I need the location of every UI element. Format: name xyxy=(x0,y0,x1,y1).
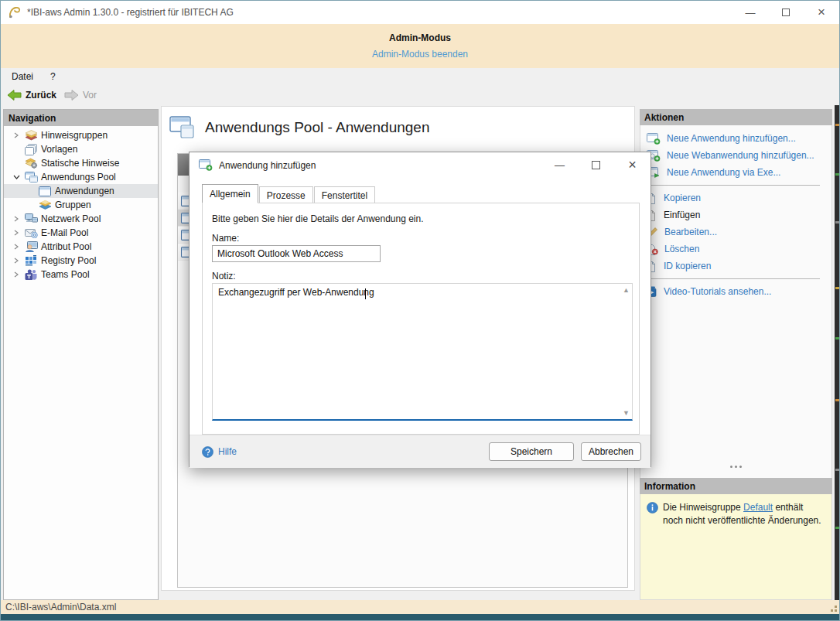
save-button[interactable]: Speichern xyxy=(489,442,574,461)
text-caret xyxy=(365,288,366,299)
applications-pool-icon xyxy=(169,116,196,139)
sidebar-item-statische-hinweise[interactable]: Statische Hinweise xyxy=(4,156,158,170)
action-video-tutorials[interactable]: Video-Tutorials ansehen... xyxy=(640,283,831,300)
maximize-button[interactable] xyxy=(768,1,804,24)
splitter-dots-icon xyxy=(730,466,732,468)
information-panel: Die Hinweisgruppe Default enthält noch n… xyxy=(640,494,832,600)
dialog-maximize-button[interactable] xyxy=(578,152,614,178)
tab-allgemein[interactable]: Allgemein xyxy=(202,184,258,203)
nav-toolbar: Zurück Vor xyxy=(1,85,839,105)
maximize-icon xyxy=(782,9,790,16)
minimize-button[interactable]: — xyxy=(732,1,768,24)
note-field-wrap: Exchangezugriff per Web-Anwendung ▲ ▼ xyxy=(212,283,633,421)
dialog-tabs: Allgemein Prozesse Fenstertitel xyxy=(202,184,376,203)
help-link[interactable]: Hilfe xyxy=(202,446,237,458)
dialog-title: Anwendung hinzufügen xyxy=(219,160,316,171)
sidebar-item-gruppen[interactable]: Gruppen xyxy=(4,198,158,212)
action-einfuegen[interactable]: Einfügen xyxy=(640,206,831,223)
action-loeschen[interactable]: Löschen xyxy=(640,241,831,258)
edge-strip-mark xyxy=(835,337,840,340)
chevron-right-icon[interactable] xyxy=(13,244,19,250)
actions-header: Aktionen xyxy=(640,109,832,125)
close-button[interactable]: × xyxy=(804,1,839,24)
note-label: Notiz: xyxy=(212,271,236,281)
sidebar-item-email-pool[interactable]: E-Mail Pool xyxy=(4,226,158,240)
sidebar-item-attribut-pool[interactable]: Attribut Pool xyxy=(4,240,158,254)
dialog-minimize-button[interactable]: — xyxy=(541,152,578,178)
tab-prozesse[interactable]: Prozesse xyxy=(259,186,313,203)
sidebar-item-anwendungs-pool[interactable]: Anwendungs Pool xyxy=(4,170,158,184)
add-application-icon xyxy=(199,159,213,171)
edge-strip-mark xyxy=(835,399,840,401)
resize-grip[interactable] xyxy=(835,609,837,612)
network-icon xyxy=(22,213,39,224)
menu-help[interactable]: ? xyxy=(50,71,56,82)
groups-layers-icon xyxy=(36,200,53,211)
chevron-right-icon[interactable] xyxy=(13,216,19,222)
sidebar-item-anwendungen[interactable]: Anwendungen xyxy=(4,184,158,198)
name-label: Name: xyxy=(212,233,239,244)
note-field[interactable]: Exchangezugriff per Web-Anwendung xyxy=(213,284,632,419)
back-arrow-icon[interactable] xyxy=(7,89,22,101)
windows-stack-icon xyxy=(22,172,39,183)
sidebar-item-registry-pool[interactable]: Registry Pool xyxy=(4,254,158,268)
status-file-path: C:\IBI-aws\Admin\Data.xml xyxy=(5,602,116,612)
dialog-close-button[interactable]: × xyxy=(614,152,650,178)
status-bar: C:\IBI-aws\Admin\Data.xml xyxy=(1,600,839,614)
back-button[interactable]: Zurück xyxy=(26,90,56,101)
actions-separator xyxy=(640,278,820,279)
action-bearbeiten[interactable]: Bearbeiten... xyxy=(640,223,831,241)
sidebar-item-teams-pool[interactable]: Teams Pool xyxy=(4,268,158,281)
action-neue-webanwendung[interactable]: Neue Webanwendung hinzufügen... xyxy=(640,147,831,164)
new-application-icon xyxy=(647,133,661,145)
templates-icon xyxy=(22,144,39,155)
scroll-down-icon[interactable]: ▼ xyxy=(623,409,630,417)
app-window: *IBI-aws Admin 1.30.0 - registriert für … xyxy=(0,0,840,621)
chevron-down-icon[interactable] xyxy=(13,174,20,180)
action-neue-anwendung[interactable]: Neue Anwendung hinzufügen... xyxy=(640,130,831,147)
tab-fenstertitel[interactable]: Fenstertitel xyxy=(314,186,375,203)
navigation-header: Navigation xyxy=(4,110,158,126)
forward-arrow-icon[interactable] xyxy=(64,89,79,101)
chevron-right-icon[interactable] xyxy=(13,258,19,264)
sidebar-item-hinweisgruppen[interactable]: Hinweisgruppen xyxy=(4,128,158,142)
teams-icon xyxy=(22,269,39,281)
right-panel: Aktionen Neue Anwendung hinzufügen... Ne… xyxy=(640,109,832,600)
default-group-link[interactable]: Default xyxy=(743,502,773,513)
action-neue-anwendung-via-exe[interactable]: Neue Anwendung via Exe... xyxy=(640,164,831,181)
chevron-right-icon[interactable] xyxy=(13,132,19,138)
chevron-right-icon[interactable] xyxy=(13,271,19,278)
admin-mode-exit-link[interactable]: Admin-Modus beenden xyxy=(372,49,468,60)
title-bar: *IBI-aws Admin 1.30.0 - registriert für … xyxy=(1,1,839,24)
menu-datei[interactable]: Datei xyxy=(12,71,33,82)
navigation-tree: Hinweisgruppen Vorlagen xyxy=(4,126,158,281)
information-header: Information xyxy=(640,478,832,494)
action-id-kopieren[interactable]: ID kopieren xyxy=(640,258,831,275)
admin-mode-banner: Admin-Modus Admin-Modus beenden xyxy=(1,24,839,68)
dialog-description: Bitte geben Sie hier die Details der Anw… xyxy=(212,213,424,224)
forward-button[interactable]: Vor xyxy=(83,90,97,101)
edge-strip-mark xyxy=(835,221,840,223)
right-edge-strip xyxy=(835,105,840,614)
app-logo-icon xyxy=(9,6,21,19)
sidebar-item-netzwerk-pool[interactable]: Netzwerk Pool xyxy=(4,212,158,226)
user-computer-icon xyxy=(22,241,39,252)
help-icon xyxy=(202,446,213,458)
chevron-right-icon[interactable] xyxy=(13,230,19,236)
window-icon xyxy=(36,186,53,196)
window-title: *IBI-aws Admin 1.30.0 - registriert für … xyxy=(27,7,234,18)
action-kopieren[interactable]: Kopieren xyxy=(640,189,831,206)
actions-separator xyxy=(640,185,820,186)
registry-grid-icon xyxy=(22,255,39,266)
edge-strip-mark xyxy=(835,527,840,529)
sidebar-item-vorlagen[interactable]: Vorlagen xyxy=(4,142,158,156)
scroll-up-icon[interactable]: ▲ xyxy=(623,286,630,294)
name-field[interactable] xyxy=(212,245,381,262)
edge-strip-mark xyxy=(835,124,840,126)
dialog-anwendung-hinzufuegen: Anwendung hinzufügen — × Allgemein Proze… xyxy=(189,152,651,467)
panel-splitter[interactable] xyxy=(640,462,832,471)
menu-bar: Datei ? xyxy=(1,68,839,85)
edge-strip-mark xyxy=(835,173,840,176)
layers-gold-icon xyxy=(22,130,39,142)
cancel-button[interactable]: Abbrechen xyxy=(581,442,641,461)
